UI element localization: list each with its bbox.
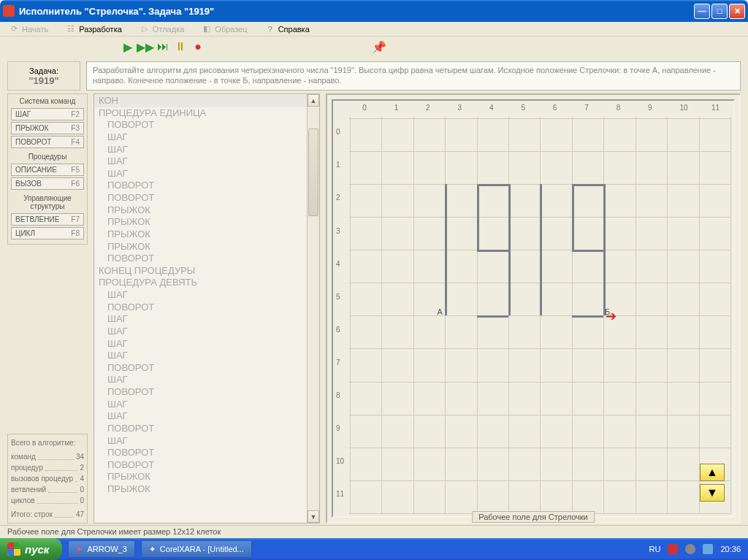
menu-sample[interactable]: ◧Образец: [193, 23, 256, 36]
task-number: "1919": [28, 75, 58, 86]
clock[interactable]: 20:36: [720, 545, 741, 553]
code-line[interactable]: ПОВОРОТ: [94, 119, 307, 131]
procedure-button-0[interactable]: ОПИСАНИЕF5: [11, 164, 84, 176]
drawn-segment: [477, 184, 508, 186]
tray-icon-3[interactable]: [703, 544, 713, 554]
axis-label-y: 11: [336, 490, 344, 498]
maximize-button[interactable]: □: [711, 4, 728, 19]
code-line[interactable]: ПОВОРОТ: [94, 386, 307, 399]
run-skip-button[interactable]: ⏭: [156, 39, 170, 54]
stop-button[interactable]: ●: [191, 39, 205, 54]
taskbar-app-arrow[interactable]: ➤ARROW_3: [68, 540, 134, 558]
code-line[interactable]: ШАГ: [94, 410, 307, 423]
axis-label-x: 4: [489, 104, 494, 112]
procedure-button-1[interactable]: ВЫЗОВF6: [11, 177, 84, 190]
code-line[interactable]: ПРЫЖОК: [94, 241, 307, 253]
pause-button[interactable]: ⏸: [173, 39, 188, 54]
stats-row: вызовов процедур4: [11, 473, 84, 484]
axis-label-x: 11: [711, 104, 720, 112]
control-button-1[interactable]: ЦИКЛF8: [11, 227, 84, 239]
field-down-button[interactable]: ▼: [700, 484, 725, 502]
code-line[interactable]: ПОВОРОТ: [94, 253, 307, 265]
menu-help[interactable]: ?Справка: [256, 23, 318, 36]
scroll-down-button[interactable]: ▼: [308, 510, 319, 523]
refresh-icon: ⟳: [9, 24, 19, 34]
axis-label-x: 9: [648, 104, 652, 112]
code-line[interactable]: ШАГ: [94, 374, 307, 386]
gridline: [349, 480, 730, 481]
menu-debug[interactable]: ▷Отладка: [131, 23, 193, 36]
code-line[interactable]: ПРЫЖОК: [94, 471, 307, 483]
code-line[interactable]: ПОВОРОТ: [94, 459, 307, 472]
drawn-segment: [572, 250, 603, 252]
drawn-segment: [572, 184, 603, 186]
close-button[interactable]: ✕: [729, 4, 745, 19]
language-indicator[interactable]: RU: [649, 545, 661, 553]
code-line[interactable]: ПОВОРОТ: [94, 423, 307, 435]
code-line[interactable]: ПРЫЖОК: [94, 204, 307, 217]
corel-icon: ✦: [149, 545, 156, 554]
code-line[interactable]: ПОВОРОТ: [94, 302, 307, 314]
tray-icon-2[interactable]: [685, 544, 695, 554]
command-button-0[interactable]: ШАГF2: [11, 108, 84, 120]
code-line[interactable]: ШАГ: [94, 435, 307, 448]
menu-dev[interactable]: ☷Разработка: [57, 23, 131, 36]
axis-label-x: 6: [553, 104, 557, 112]
run-button[interactable]: ▶: [121, 39, 135, 54]
code-line[interactable]: ПРЫЖОК: [94, 229, 307, 241]
code-line[interactable]: ПРОЦЕДУРА ЕДИНИЦА: [94, 107, 307, 120]
axis-label-x: 5: [521, 104, 525, 112]
code-line[interactable]: ШАГ: [94, 399, 307, 411]
code-line[interactable]: ШАГ: [94, 156, 307, 168]
code-line[interactable]: ШАГ: [94, 338, 307, 350]
system-tray: RU 20:36: [642, 544, 748, 554]
code-line[interactable]: ПРОЦЕДУРА ДЕВЯТЬ: [94, 277, 307, 289]
code-line[interactable]: ШАГ: [94, 289, 307, 302]
control-button-0[interactable]: ВЕТВЛЕНИЕF7: [11, 213, 84, 226]
minimize-button[interactable]: —: [694, 4, 710, 19]
commands-panel-title: Система команд: [11, 97, 84, 105]
code-line[interactable]: ШАГ: [94, 131, 307, 144]
field-up-button[interactable]: ▲: [700, 464, 725, 481]
gridline: [636, 117, 636, 513]
axis-label-y: 1: [336, 161, 340, 169]
code-line[interactable]: ПОВОРОТ: [94, 362, 307, 375]
stats-total-label: Итого: строк: [11, 509, 53, 520]
menu-start[interactable]: ⟳Начать: [0, 23, 57, 36]
axis-label-x: 1: [394, 104, 399, 112]
controls-panel-title: Управляющие структуры: [11, 194, 84, 210]
taskbar-app-corel[interactable]: ✦CorelXARA - [Untitled...: [141, 540, 252, 558]
command-button-2[interactable]: ПОВОРОТF4: [11, 136, 84, 148]
scrollbar[interactable]: ▲ ▼: [307, 94, 319, 523]
run-fast-button[interactable]: ▶▶: [138, 39, 153, 54]
axis-label-x: 2: [426, 104, 430, 112]
code-line[interactable]: КОНЕЦ ПРОЦЕДУРЫ: [94, 265, 307, 277]
code-line[interactable]: ПРЫЖОК: [94, 483, 307, 496]
drawn-segment: [508, 184, 511, 315]
code-line[interactable]: ПОВОРОТ: [94, 180, 307, 192]
gridline: [349, 448, 730, 448]
code-line[interactable]: ШАГ: [94, 168, 307, 180]
code-line[interactable]: ШАГ: [94, 313, 307, 326]
drawn-segment: [477, 315, 508, 318]
code-line[interactable]: КОН: [94, 95, 307, 107]
code-listing[interactable]: КОНПРОЦЕДУРА ЕДИНИЦАПОВОРОТШАГШАГШАГШАГП…: [94, 93, 320, 523]
stats-panel: Всего в алгоритме: команд34процедур2вызо…: [7, 434, 88, 523]
gridline: [667, 117, 668, 513]
code-line[interactable]: ШАГ: [94, 350, 307, 362]
code-line[interactable]: ПРЫЖОК: [94, 216, 307, 229]
start-button[interactable]: пуск: [0, 538, 62, 560]
tray-icon-1[interactable]: [668, 544, 678, 554]
windows-logo-icon: [7, 542, 20, 556]
code-line[interactable]: ПОВОРОТ: [94, 192, 307, 204]
scroll-thumb[interactable]: [308, 129, 318, 216]
task-label-box: Задача: "1919": [7, 61, 80, 91]
code-line[interactable]: ШАГ: [94, 326, 307, 338]
scroll-up-button[interactable]: ▲: [308, 94, 319, 107]
code-line[interactable]: ПОВОРОТ: [94, 447, 307, 459]
pin-button[interactable]: 📌: [372, 39, 386, 54]
drawing-field[interactable]: 0011223344556677889910101111АБ➔ ▲ ▼ Рабо…: [326, 93, 741, 523]
code-line[interactable]: ШАГ: [94, 144, 307, 156]
command-button-1[interactable]: ПРЫЖОКF3: [11, 122, 84, 134]
commands-panel: Система команд ШАГF2ПРЫЖОКF3ПОВОРОТF4 Пр…: [7, 93, 88, 245]
